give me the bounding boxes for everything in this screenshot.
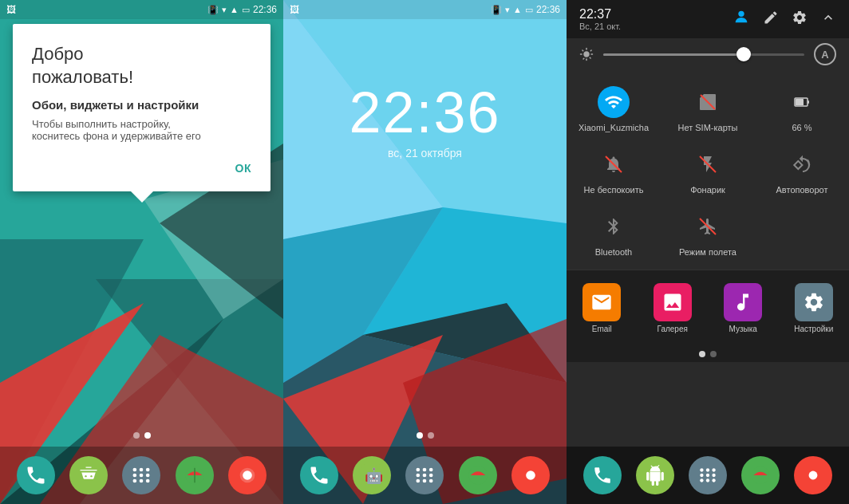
airplane-label: Режим полета — [679, 247, 736, 257]
bluetooth-label: Bluetooth — [595, 247, 632, 257]
auto-brightness-toggle[interactable]: A — [814, 43, 836, 65]
header-icons — [733, 8, 836, 30]
panel-page-dots — [567, 346, 849, 362]
quick-sim[interactable]: Нет SIM-карты — [661, 77, 755, 139]
status-bar-left-2: 🖼 — [290, 4, 299, 15]
dock-rec-2[interactable] — [511, 456, 550, 494]
battery-toggle-icon — [786, 86, 818, 118]
svg-point-9 — [91, 475, 93, 477]
app-email[interactable]: Email — [567, 277, 638, 340]
svg-point-14 — [140, 468, 144, 472]
svg-point-44 — [526, 471, 535, 480]
svg-point-63 — [809, 471, 818, 480]
dock-phone[interactable] — [17, 456, 55, 494]
dnd-label: Не беспокоить — [584, 185, 644, 195]
panel-dock-phone[interactable] — [583, 456, 622, 494]
app-settings-icon — [795, 283, 833, 321]
svg-point-34 — [417, 474, 421, 478]
ok-button[interactable]: ОК — [235, 162, 251, 175]
quick-battery[interactable]: 66 % — [755, 77, 849, 139]
vibrate-icon: 📳 — [207, 5, 219, 15]
brightness-icon — [579, 47, 594, 61]
notification-icon-2: 🖼 — [290, 4, 299, 15]
dock-android[interactable] — [69, 456, 108, 494]
panel-dot-2 — [710, 351, 717, 357]
bluetooth-toggle-icon — [598, 211, 630, 242]
app-grid: Email Галерея Музыка Настройки — [567, 270, 849, 346]
dock-rec[interactable] — [228, 456, 267, 494]
panel-dock — [567, 447, 849, 504]
dock-phone-2[interactable] — [300, 456, 338, 494]
quick-wifi[interactable]: Xiaomi_Kuzmicha — [567, 77, 661, 139]
edit-icon[interactable] — [763, 10, 779, 30]
panel-dock-watermelon[interactable] — [741, 456, 780, 494]
app-email-icon — [582, 283, 621, 321]
dock-1 — [0, 447, 283, 504]
welcome-title: Добро пожаловать! — [32, 43, 251, 89]
brightness-thumb[interactable] — [736, 47, 751, 61]
quick-airplane[interactable]: Режим полета — [661, 201, 755, 263]
wifi-icon: ▾ — [222, 5, 227, 15]
page-dot-1 — [133, 432, 140, 439]
battery-label: 66 % — [792, 123, 811, 132]
flashlight-label: Фонарик — [690, 185, 725, 195]
rotate-label: Автоповорот — [776, 185, 828, 195]
header-time-date: 22:37 Вс, 21 окт. — [579, 7, 621, 31]
page-dots-1 — [133, 432, 151, 439]
dialog-ok-area[interactable]: ОК — [32, 155, 251, 179]
svg-point-35 — [423, 474, 427, 478]
svg-point-11 — [140, 474, 144, 478]
status-bar-right-2: 📳 ▾ ▲ ▭ 22:36 — [491, 4, 560, 15]
screen-lockscreen: 🖼 📳 ▾ ▲ ▭ 22:36 22:36 вс, 21 октября — [283, 0, 567, 504]
collapse-icon[interactable] — [820, 10, 836, 30]
clock: 22:36 — [253, 4, 277, 15]
panel-dock-android[interactable] — [636, 456, 674, 494]
quick-flashlight[interactable]: Фонарик — [661, 139, 755, 201]
quick-bluetooth[interactable]: Bluetooth — [567, 201, 661, 263]
dock-watermelon-2[interactable] — [459, 456, 497, 494]
svg-point-8 — [85, 475, 87, 477]
svg-rect-48 — [796, 99, 804, 105]
svg-point-22 — [243, 471, 252, 480]
dock-android-2[interactable]: 🤖 — [353, 456, 391, 494]
svg-point-40 — [417, 479, 421, 483]
brightness-slider[interactable] — [603, 53, 804, 56]
dialog-arrow — [131, 191, 153, 203]
welcome-body: Чтобы выполнить настройку, коснитесь фон… — [32, 118, 251, 142]
quick-toggles-grid: Xiaomi_Kuzmicha Нет SIM-карты 66 % Не бе… — [567, 70, 849, 270]
panel-dot-1 — [699, 351, 705, 357]
svg-point-42 — [429, 479, 433, 483]
app-gallery-icon — [654, 283, 692, 321]
brightness-row[interactable]: A — [567, 38, 849, 70]
svg-point-59 — [700, 478, 703, 482]
dock-apps-2[interactable] — [405, 456, 444, 494]
svg-point-16 — [133, 479, 137, 483]
settings-icon[interactable] — [792, 10, 808, 30]
app-gallery-label: Галерея — [657, 325, 688, 333]
svg-point-56 — [700, 468, 703, 471]
battery-icon-2: ▭ — [525, 5, 533, 15]
wifi-icon-2: ▾ — [505, 5, 510, 15]
panel-dock-rec[interactable] — [794, 456, 832, 494]
svg-point-12 — [146, 474, 150, 478]
quick-rotate[interactable]: Автоповорот — [755, 139, 849, 201]
svg-point-61 — [712, 478, 715, 482]
svg-point-36 — [429, 474, 433, 478]
notification-icon: 🖼 — [6, 4, 16, 15]
svg-point-17 — [140, 479, 144, 483]
panel-dock-apps[interactable] — [689, 456, 727, 494]
welcome-subtitle: Обои, виджеты и настройки — [32, 98, 251, 112]
status-bar-right: 📳 ▾ ▲ ▭ 22:36 — [207, 4, 277, 15]
dnd-toggle-icon — [598, 148, 630, 180]
dock-apps[interactable] — [122, 456, 160, 494]
clock-2: 22:36 — [536, 4, 560, 15]
rotate-toggle-icon — [786, 148, 818, 180]
app-music[interactable]: Музыка — [708, 277, 779, 340]
app-settings[interactable]: Настройки — [779, 277, 850, 340]
quick-dnd[interactable]: Не беспокоить — [567, 139, 661, 201]
dock-watermelon[interactable] — [176, 456, 214, 494]
app-gallery[interactable]: Галерея — [638, 277, 709, 340]
page-dots-2 — [417, 432, 434, 439]
header-time: 22:37 — [579, 7, 621, 22]
user-icon[interactable] — [733, 8, 750, 30]
